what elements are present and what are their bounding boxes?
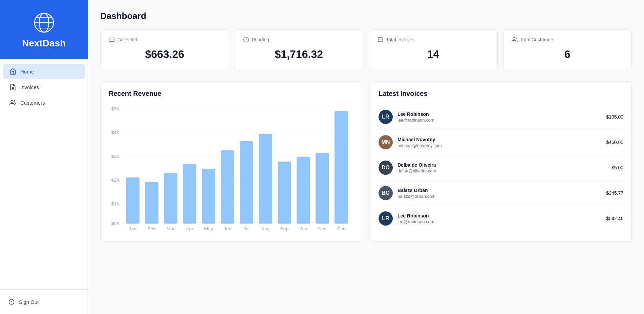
svg-text:Mar: Mar [167,227,175,231]
chart-title: Recent Revenue [109,90,353,98]
invoice-amount-1: $460.00 [606,140,623,145]
stat-invoices-value: 14 [377,48,489,61]
svg-text:Jul: Jul [243,227,250,231]
invoices-icon [9,84,16,90]
invoice-amount-2: $5.00 [611,165,623,170]
chart-container: $5K $4K $3K $2K $1K $0K [109,104,353,233]
invoice-name-2: Delba de Oliveira [398,162,607,168]
invoice-info-4: Lee Robinson lee@robinson.com [398,213,601,224]
invoice-item-1: MN Michael Novotny michael@novotny.com $… [379,130,623,155]
home-icon [9,68,16,75]
invoices-title: Latest Invoices [379,90,623,98]
invoice-amount-3: $345.77 [606,190,623,196]
svg-text:$1K: $1K [111,202,120,206]
svg-text:Dec: Dec [337,227,345,231]
svg-text:Sep: Sep [280,227,288,231]
svg-text:$3K: $3K [111,154,120,159]
svg-text:Nov: Nov [318,227,326,231]
svg-rect-32 [221,150,234,224]
app-name: NextDash [22,38,66,49]
svg-rect-28 [145,182,158,224]
chart-section: Recent Revenue $5K $4K $3K $2K $1K $0K [100,81,362,242]
stat-pending-label: Pending [252,37,269,42]
total-invoices-icon [377,37,383,43]
sidebar-item-home[interactable]: Home [3,64,85,79]
svg-text:Feb: Feb [148,227,156,231]
page-title: Dashboard [100,11,632,21]
stat-collected-label: Collected [117,37,137,42]
stat-card-total-invoices: Total Invoices 14 [369,29,498,70]
stat-card-pending: Pending $1,716.32 [235,29,364,70]
stat-card-pending-header: Pending [243,37,355,43]
main-content: Dashboard Collected $663.26 Pending $1,7 [88,0,644,314]
svg-rect-37 [316,153,329,224]
sidebar-item-home-label: Home [20,69,34,75]
svg-text:Jan: Jan [129,227,137,231]
sidebar-item-customers[interactable]: Customers [3,95,85,110]
invoice-item-0: LR Lee Robinson lee@robinson.com $105.00 [379,104,623,130]
invoice-email-4: lee@robinson.com [398,219,601,224]
sidebar-bottom: Sign Out [0,289,88,314]
svg-text:Jun: Jun [224,227,232,231]
globe-icon [32,11,56,35]
svg-rect-29 [164,173,177,224]
invoices-section: Latest Invoices LR Lee Robinson lee@robi… [370,81,632,242]
pending-icon [243,37,249,43]
invoice-name-3: Balazs Orban [398,188,601,193]
collected-icon [109,37,115,43]
sign-out-label: Sign Out [19,299,39,305]
invoice-name-1: Michael Novotny [398,137,601,142]
avatar-1: MN [379,135,393,149]
avatar-4: LR [379,211,393,226]
svg-text:May: May [204,227,213,231]
stat-card-collected: Collected $663.26 [100,29,229,70]
sidebar: NextDash Home Invoices [0,0,88,314]
stat-invoices-label: Total Invoices [386,37,415,42]
invoice-email-1: michael@novotny.com [398,143,601,148]
avatar-0: LR [379,110,393,124]
svg-point-14 [513,37,515,39]
sidebar-item-customers-label: Customers [20,100,45,106]
stat-customers-value: 6 [512,48,624,61]
svg-rect-27 [126,177,139,224]
sidebar-item-invoices-label: Invoices [20,84,39,90]
svg-rect-36 [297,157,310,224]
invoice-item-2: DO Delba de Oliveira delba@oliveira.com … [379,155,623,181]
svg-text:Apr: Apr [186,227,193,231]
avatar-2: DO [379,161,393,175]
sidebar-logo: NextDash [0,0,88,59]
svg-rect-34 [259,134,272,224]
svg-rect-38 [335,111,348,224]
invoice-name-0: Lee Robinson [398,111,601,117]
invoice-name-4: Lee Robinson [398,213,601,218]
svg-rect-33 [240,141,253,224]
sidebar-nav: Home Invoices Customers [0,59,88,289]
svg-text:$2K: $2K [111,178,120,183]
stats-row: Collected $663.26 Pending $1,716.32 Tota… [100,29,632,70]
svg-text:$0K: $0K [111,221,120,226]
total-customers-icon [512,37,518,43]
invoice-info-1: Michael Novotny michael@novotny.com [398,137,601,148]
stat-card-total-customers: Total Customers 6 [503,29,632,70]
svg-text:$4K: $4K [111,130,120,135]
invoice-amount-0: $105.00 [606,114,623,120]
invoice-info-0: Lee Robinson lee@robinson.com [398,111,601,123]
bottom-row: Recent Revenue $5K $4K $3K $2K $1K $0K [100,81,632,242]
sidebar-item-invoices[interactable]: Invoices [3,80,85,95]
invoice-item-4: LR Lee Robinson lee@robinson.com $542.46 [379,206,623,231]
avatar-3: BO [379,186,393,200]
stat-card-collected-header: Collected [109,37,221,43]
invoice-email-2: delba@oliveira.com [398,168,607,173]
stat-card-customers-header: Total Customers [512,37,624,43]
customers-icon [9,99,16,106]
invoice-email-0: lee@robinson.com [398,118,601,123]
svg-rect-30 [183,164,196,224]
svg-point-7 [11,100,13,103]
sign-out-button[interactable]: Sign Out [4,295,84,309]
svg-rect-11 [109,38,114,42]
invoice-amount-4: $542.46 [606,216,623,221]
stat-pending-value: $1,716.32 [243,48,355,61]
stat-collected-value: $663.26 [109,48,221,61]
signout-icon [8,298,15,305]
svg-rect-35 [278,162,291,224]
